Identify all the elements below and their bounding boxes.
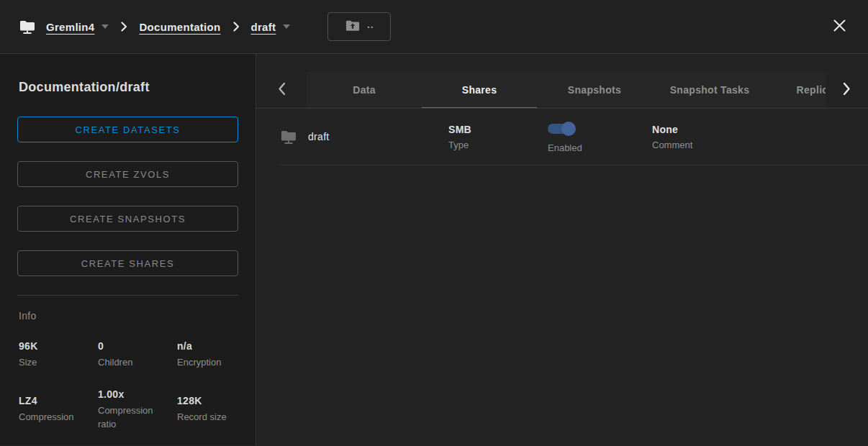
chevron-left-icon (278, 82, 286, 98)
create-snapshots-button[interactable]: CREATE SNAPSHOTS (17, 206, 238, 232)
share-enabled-label: Enabled (548, 142, 652, 153)
dataset-icon (280, 128, 297, 145)
sidebar-divider (17, 295, 238, 296)
info-grid: 96K Size 0 Children n/a Encryption LZ4 C… (19, 340, 238, 432)
up-button-label: .. (367, 19, 374, 29)
breadcrumb: Gremlin4 Documentation draft (19, 18, 290, 35)
share-comment-value: None (652, 124, 851, 135)
info-children: 0 Children (98, 340, 177, 370)
share-row[interactable]: draft SMB Type Enabled None Comment (280, 109, 868, 165)
breadcrumb-draft-link[interactable]: draft (251, 21, 276, 33)
close-button[interactable] (830, 16, 849, 37)
info-encryption: n/a Encryption (177, 340, 238, 370)
details-sidebar: Documentation/draft CREATE DATASETS CREA… (0, 54, 256, 445)
tabs-scroll-left-button[interactable] (256, 72, 307, 108)
create-zvols-button[interactable]: CREATE ZVOLS (17, 161, 238, 187)
share-comment-label: Comment (652, 140, 851, 150)
tab-replication[interactable]: Replication (767, 72, 826, 108)
tab-replication-label: Replication (797, 84, 826, 96)
share-enabled-toggle[interactable] (548, 124, 574, 134)
tab-shares[interactable]: Shares (422, 72, 537, 108)
share-type-label: Type (448, 140, 548, 150)
dataset-pool-icon (19, 18, 36, 35)
breadcrumb-documentation-link[interactable]: Documentation (139, 21, 220, 33)
share-type-value: SMB (448, 124, 548, 135)
pool-caret-down-icon[interactable] (101, 24, 109, 29)
tab-snapshots-label: Snapshots (568, 84, 621, 96)
draft-caret-down-icon[interactable] (283, 24, 290, 29)
breadcrumb-chevron-icon (232, 21, 240, 32)
share-type-cell: SMB Type (448, 124, 548, 150)
info-record-size: 128K Record size (177, 395, 238, 424)
info-record-size-label: Record size (177, 411, 238, 424)
info-compression: LZ4 Compression (19, 395, 98, 424)
breadcrumb-pool-link[interactable]: Gremlin4 (46, 21, 94, 33)
tab-bar: Data Shares Snapshots Snapshot Tasks Rep… (256, 72, 868, 109)
folder-up-icon (345, 19, 361, 35)
tab-data[interactable]: Data (307, 72, 422, 108)
dataset-path-title: Documentation/draft (19, 80, 238, 95)
tab-snapshots[interactable]: Snapshots (537, 72, 652, 108)
info-encryption-label: Encryption (177, 356, 238, 370)
tabs-scroll-right-button[interactable] (826, 72, 867, 108)
close-icon (833, 19, 846, 35)
main-panel: Data Shares Snapshots Snapshot Tasks Rep… (256, 54, 868, 445)
tab-shares-label: Shares (462, 84, 497, 96)
create-shares-button[interactable]: CREATE SHARES (17, 250, 238, 276)
share-name: draft (308, 131, 330, 142)
tab-strip: Data Shares Snapshots Snapshot Tasks Rep… (307, 72, 826, 108)
chevron-right-icon (843, 82, 851, 98)
go-up-level-button[interactable]: .. (327, 12, 391, 41)
info-compression-ratio-label: Compression ratio (98, 404, 177, 432)
info-compression-value: LZ4 (19, 395, 98, 406)
tab-snapshot-tasks-label: Snapshot Tasks (670, 84, 750, 96)
share-name-cell: draft (280, 128, 448, 145)
top-bar: Gremlin4 Documentation draft .. (0, 0, 868, 54)
info-compression-ratio-value: 1.00x (98, 388, 177, 400)
info-children-value: 0 (98, 340, 177, 352)
info-record-size-value: 128K (177, 395, 238, 406)
share-comment-cell: None Comment (652, 124, 851, 150)
info-section-title: Info (19, 310, 238, 322)
create-datasets-button[interactable]: CREATE DATASETS (17, 117, 238, 142)
share-enabled-cell: Enabled (548, 121, 652, 153)
info-size: 96K Size (19, 340, 98, 370)
info-encryption-value: n/a (177, 340, 238, 352)
breadcrumb-chevron-icon (120, 21, 127, 32)
info-size-value: 96K (19, 340, 98, 352)
toggle-knob (561, 122, 576, 136)
info-compression-ratio: 1.00x Compression ratio (98, 388, 177, 432)
tab-snapshot-tasks[interactable]: Snapshot Tasks (652, 72, 767, 108)
tab-data-label: Data (353, 84, 376, 96)
info-compression-label: Compression (19, 411, 98, 424)
info-size-label: Size (19, 356, 98, 370)
info-children-label: Children (98, 356, 177, 370)
